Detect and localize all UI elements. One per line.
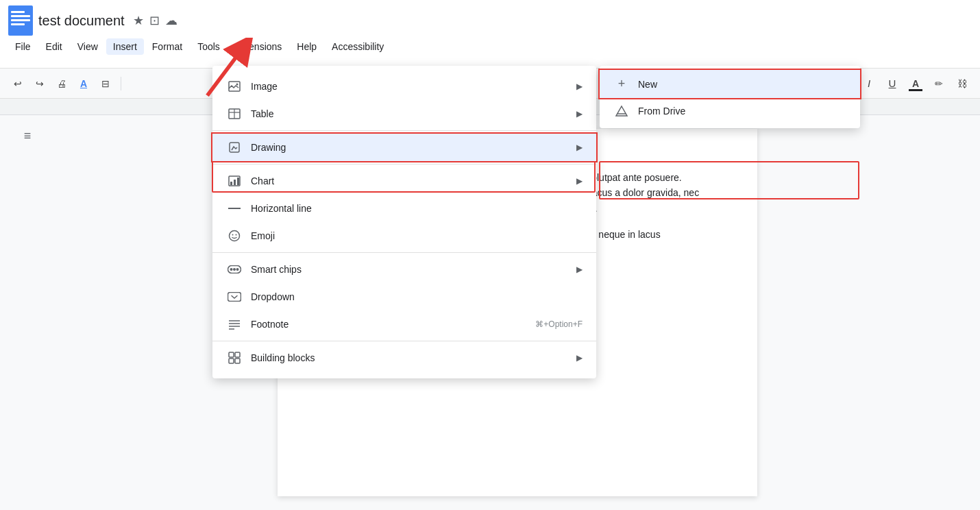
doc-title[interactable]: test document	[38, 13, 125, 29]
svg-point-21	[230, 268, 233, 271]
insert-smart-chips-item[interactable]: Smart chips ▶	[212, 256, 596, 283]
table-icon	[226, 106, 243, 122]
insert-footnote-shortcut: ⌘+Option+F	[535, 319, 583, 329]
svg-rect-30	[235, 352, 240, 357]
svg-rect-15	[237, 178, 239, 185]
outline-icon[interactable]: ≡	[24, 129, 32, 143]
svg-rect-3	[11, 19, 30, 21]
drawing-from-drive-label: From Drive	[638, 106, 685, 117]
menu-edit[interactable]: Edit	[39, 38, 69, 55]
insert-image-arrow: ▶	[576, 82, 583, 91]
insert-building-blocks-arrow: ▶	[576, 353, 583, 363]
redo-button[interactable]: ↪	[30, 74, 49, 93]
emoji-icon	[226, 228, 243, 244]
paint-format-button[interactable]: A	[74, 74, 93, 93]
drawing-from-drive-item[interactable]: From Drive	[600, 98, 860, 124]
insert-menu: Image ▶ Table ▶ Drawing ▶ Chart ▶	[212, 66, 596, 378]
svg-rect-2	[11, 15, 30, 17]
svg-rect-29	[229, 352, 234, 357]
menu-help[interactable]: Help	[290, 38, 323, 55]
svg-point-17	[230, 231, 240, 241]
insert-chart-label: Chart	[251, 175, 571, 186]
insert-horizontal-line-label: Horizontal line	[251, 203, 583, 214]
folder-icon[interactable]: ⊡	[149, 13, 160, 28]
svg-point-23	[236, 268, 239, 271]
highlight-button[interactable]: ✏	[929, 74, 948, 93]
drawing-icon	[226, 139, 243, 156]
drawing-submenu: + New From Drive	[600, 66, 860, 128]
drive-icon	[613, 105, 630, 117]
svg-rect-4	[11, 23, 25, 25]
insert-drawing-label: Drawing	[251, 142, 571, 153]
building-blocks-icon	[226, 350, 243, 366]
insert-emoji-item[interactable]: Emoji	[212, 222, 596, 250]
title-icons: ★ ⊡ ☁	[133, 13, 177, 28]
svg-rect-1	[11, 11, 25, 13]
insert-menu-section-3: Chart ▶ Horizontal line Emoji	[212, 165, 596, 253]
insert-image-item[interactable]: Image ▶	[212, 73, 596, 100]
svg-rect-14	[234, 180, 236, 185]
insert-building-blocks-item[interactable]: Building blocks ▶	[212, 344, 596, 372]
menu-view[interactable]: View	[71, 38, 105, 55]
paint-format2-button[interactable]: ⊟	[96, 74, 115, 93]
svg-point-7	[236, 84, 238, 86]
insert-table-arrow: ▶	[576, 109, 583, 119]
toolbar-separator-1	[121, 77, 121, 90]
image-icon	[226, 78, 243, 95]
insert-drawing-item[interactable]: Drawing ▶	[212, 134, 596, 161]
insert-menu-section-5: Building blocks ▶	[212, 341, 596, 374]
insert-horizontal-line-item[interactable]: Horizontal line	[212, 195, 596, 222]
insert-footnote-label: Footnote	[251, 319, 535, 330]
svg-rect-31	[229, 359, 234, 363]
insert-chart-arrow: ▶	[576, 176, 583, 186]
drawing-new-item[interactable]: + New	[600, 70, 860, 98]
svg-rect-32	[235, 359, 240, 363]
dropdown-icon	[226, 289, 243, 305]
insert-menu-section-2: Drawing ▶	[212, 131, 596, 165]
chart-icon	[226, 173, 243, 189]
insert-building-blocks-label: Building blocks	[251, 352, 571, 363]
menu-accessibility[interactable]: Accessibility	[325, 38, 391, 55]
smart-chips-icon	[226, 261, 243, 278]
menu-insert[interactable]: Insert	[106, 38, 144, 55]
top-bar: test document ★ ⊡ ☁ File Edit View Inser…	[0, 0, 980, 69]
svg-point-18	[232, 234, 234, 236]
title-row: test document ★ ⊡ ☁	[0, 0, 980, 37]
insert-image-label: Image	[251, 81, 571, 92]
insert-dropdown-label: Dropdown	[251, 291, 583, 302]
left-sidebar: ≡	[0, 115, 55, 510]
menu-row: File Edit View Insert Format Tools Exten…	[0, 37, 980, 56]
italic-button[interactable]: I	[859, 74, 879, 93]
underline-button[interactable]: U	[883, 74, 902, 93]
menu-format[interactable]: Format	[145, 38, 189, 55]
insert-drawing-arrow: ▶	[576, 143, 583, 152]
horizontal-line-icon	[226, 200, 243, 217]
insert-dropdown-item[interactable]: Dropdown	[212, 283, 596, 311]
undo-button[interactable]: ↩	[8, 74, 27, 93]
svg-rect-24	[228, 293, 241, 302]
insert-smart-chips-arrow: ▶	[576, 265, 583, 274]
insert-table-item[interactable]: Table ▶	[212, 100, 596, 127]
font-color-button[interactable]: A	[906, 74, 925, 93]
svg-point-22	[233, 268, 236, 271]
footnote-icon	[226, 316, 243, 332]
menu-file[interactable]: File	[8, 38, 38, 55]
insert-menu-section-1: Image ▶ Table ▶	[212, 70, 596, 131]
insert-chart-item[interactable]: Chart ▶	[212, 167, 596, 195]
star-icon[interactable]: ★	[133, 13, 144, 28]
svg-point-19	[236, 234, 237, 236]
menu-tools[interactable]: Tools	[191, 38, 227, 55]
insert-footnote-item[interactable]: Footnote ⌘+Option+F	[212, 311, 596, 338]
print-button[interactable]: 🖨	[52, 74, 71, 93]
doc-icon	[8, 5, 33, 36]
insert-emoji-label: Emoji	[251, 230, 583, 241]
link-button[interactable]: ⛓	[953, 74, 972, 93]
cloud-icon[interactable]: ☁	[165, 13, 177, 28]
menu-extensions[interactable]: Extensions	[228, 38, 289, 55]
svg-rect-13	[230, 182, 232, 185]
insert-menu-section-4: Smart chips ▶ Dropdown Footnote ⌘+Option…	[212, 253, 596, 341]
insert-smart-chips-label: Smart chips	[251, 264, 571, 275]
drawing-new-label: New	[638, 79, 657, 90]
new-drawing-icon: +	[613, 77, 630, 91]
insert-table-label: Table	[251, 108, 571, 119]
